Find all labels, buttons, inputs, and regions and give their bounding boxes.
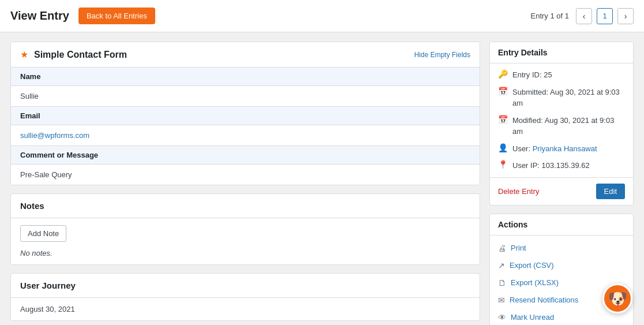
entry-nav-text: Entry 1 of 1	[531, 12, 569, 20]
action-export-csv[interactable]: ↗ Export (CSV)	[498, 257, 625, 274]
top-bar-left: View Entry Back to All Entries	[10, 8, 155, 24]
entry-id-text: Entry ID: 25	[512, 69, 552, 81]
email-value: sullie@wpforms.com	[11, 125, 480, 146]
export-csv-link[interactable]: Export (CSV)	[510, 261, 554, 270]
top-bar: View Entry Back to All Entries Entry 1 o…	[0, 0, 644, 32]
top-bar-right: Entry 1 of 1 ‹ 1 ›	[531, 8, 634, 24]
user-name-link[interactable]: Priyanka Hansawat	[533, 144, 597, 153]
user-ip-row: 📍 User IP: 103.135.39.62	[498, 160, 625, 171]
user-journey-date: August 30, 2021	[20, 305, 75, 313]
user-journey-card: User Journey August 30, 2021	[10, 273, 480, 321]
entry-details-footer: Delete Entry Edit	[490, 177, 633, 205]
next-entry-button[interactable]: ›	[617, 8, 634, 24]
back-to-all-entries-button[interactable]: Back to All Entries	[78, 8, 155, 24]
user-label: User:	[512, 144, 530, 153]
export-xlsx-link[interactable]: Export (XLSX)	[511, 278, 559, 287]
entry-details-header: Entry Details	[490, 42, 633, 63]
user-text: User: Priyanka Hansawat	[512, 143, 597, 155]
submitted-text: Submitted: Aug 30, 2021 at 9:03 am	[512, 87, 625, 109]
user-icon: 👤	[498, 143, 508, 152]
modified-calendar-icon: 📅	[498, 115, 508, 124]
form-card: ★ Simple Contact Form Hide Empty Fields …	[10, 42, 480, 185]
print-icon: 🖨	[498, 244, 506, 253]
modified-row: 📅 Modified: Aug 30, 2021 at 9:03 am	[498, 115, 625, 137]
mark-unread-icon: 👁	[498, 313, 506, 322]
user-ip-text: User IP: 103.135.39.62	[512, 160, 590, 171]
entry-details-card: Entry Details 🔑 Entry ID: 25 📅 Submitted…	[489, 42, 634, 206]
location-icon: 📍	[498, 160, 508, 169]
user-journey-header: User Journey	[11, 274, 480, 298]
no-notes-text: No notes.	[20, 249, 53, 257]
left-column: ★ Simple Contact Form Hide Empty Fields …	[10, 42, 480, 325]
notes-card: Notes Add Note No notes.	[10, 193, 480, 265]
resend-notifications-link[interactable]: Resend Notifications	[510, 296, 578, 304]
add-note-button[interactable]: Add Note	[20, 225, 66, 242]
entry-details-body: 🔑 Entry ID: 25 📅 Submitted: Aug 30, 2021…	[490, 63, 633, 177]
user-journey-body: August 30, 2021	[11, 298, 480, 320]
mascot-face: 🐶	[608, 289, 628, 308]
current-page-number: 1	[597, 8, 613, 24]
print-link[interactable]: Print	[511, 244, 526, 252]
notes-header: Notes	[11, 194, 480, 218]
form-card-header: ★ Simple Contact Form Hide Empty Fields	[11, 42, 480, 68]
notes-body: Add Note No notes.	[11, 218, 480, 264]
main-content: ★ Simple Contact Form Hide Empty Fields …	[0, 32, 644, 325]
form-name: Simple Contact Form	[34, 50, 127, 60]
hide-empty-fields-button[interactable]: Hide Empty Fields	[414, 51, 470, 59]
export-xlsx-icon: 🗋	[498, 278, 506, 287]
export-csv-icon: ↗	[498, 261, 505, 270]
page-wrapper: View Entry Back to All Entries Entry 1 o…	[0, 0, 644, 325]
edit-entry-button[interactable]: Edit	[596, 184, 625, 199]
wpforms-mascot[interactable]: 🐶	[602, 283, 632, 313]
action-mark-unread[interactable]: 👁 Mark Unread	[498, 309, 625, 326]
mark-unread-link[interactable]: Mark Unread	[511, 313, 554, 322]
name-label: Name	[11, 68, 480, 86]
resend-icon: ✉	[498, 296, 505, 305]
email-label: Email	[11, 107, 480, 125]
comment-value: Pre-Sale Query	[11, 165, 480, 185]
entry-id-row: 🔑 Entry ID: 25	[498, 69, 625, 81]
prev-entry-button[interactable]: ‹	[576, 8, 592, 24]
email-link[interactable]: sullie@wpforms.com	[20, 131, 89, 140]
delete-entry-button[interactable]: Delete Entry	[498, 187, 540, 196]
key-icon: 🔑	[498, 69, 508, 79]
comment-label: Comment or Message	[11, 146, 480, 165]
submitted-calendar-icon: 📅	[498, 87, 508, 96]
actions-header: Actions	[490, 214, 633, 236]
action-print[interactable]: 🖨 Print	[498, 240, 625, 256]
submitted-row: 📅 Submitted: Aug 30, 2021 at 9:03 am	[498, 87, 625, 109]
page-title: View Entry	[10, 9, 69, 23]
form-title-area: ★ Simple Contact Form	[20, 49, 127, 60]
name-value: Sullie	[11, 86, 480, 107]
user-row: 👤 User: Priyanka Hansawat	[498, 143, 625, 155]
star-icon: ★	[20, 49, 28, 60]
modified-text: Modified: Aug 30, 2021 at 9:03 am	[512, 115, 625, 137]
right-column: Entry Details 🔑 Entry ID: 25 📅 Submitted…	[489, 42, 634, 325]
